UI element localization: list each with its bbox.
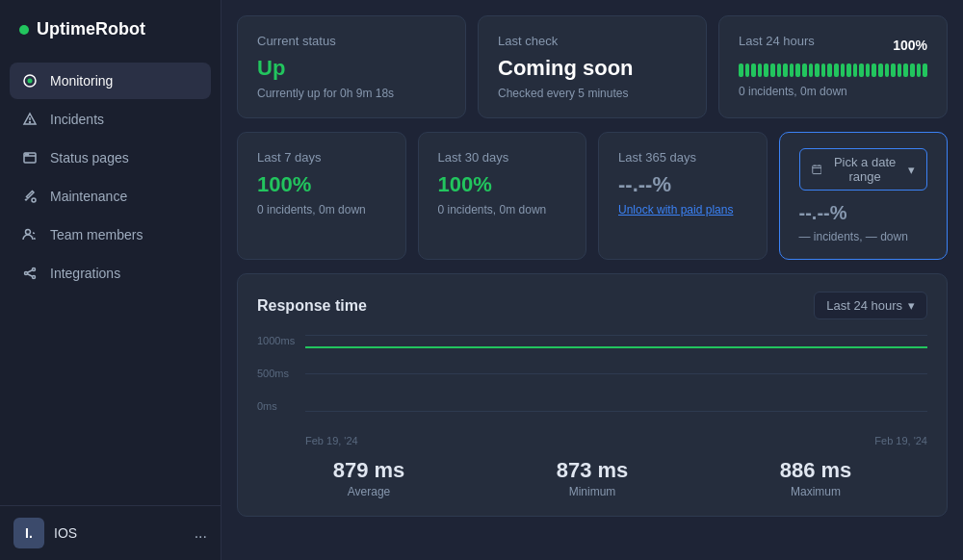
sidebar-item-status-pages[interactable]: Status pages [10,140,211,176]
svg-point-11 [33,268,36,271]
sidebar-item-label: Integrations [50,266,120,281]
maintenance-icon [21,188,39,205]
current-status-card: Current status Up Currently up for 0h 9m… [237,15,466,118]
uptime-block [891,64,896,77]
chart-dates: Feb 19, '24 Feb 19, '24 [257,435,927,446]
uptime-block [809,64,814,77]
sidebar-item-integrations[interactable]: Integrations [10,255,211,292]
incidents-icon [21,111,39,128]
footer-menu-button[interactable]: ... [195,524,207,542]
last-7-value: 100% [257,172,386,197]
uptime-block [866,64,871,77]
chart-area [305,335,927,412]
uptime-block [758,64,763,77]
y-label-500: 500ms [257,368,295,379]
last-check-value: Coming soon [498,56,687,81]
current-status-value: Up [257,56,446,81]
status-pages-icon [21,149,39,166]
chart-date-start: Feb 19, '24 [305,435,358,446]
sidebar-item-team-members[interactable]: Team members [10,216,211,253]
svg-line-14 [28,274,33,276]
uptime-block [783,64,788,77]
uptime-block [917,64,922,77]
svg-point-12 [33,276,36,279]
unlock-link[interactable]: Unlock with paid plans [618,203,747,216]
uptime-block [853,64,858,77]
svg-point-6 [26,154,27,155]
last-24-card: Last 24 hours 100% 0 incidents, 0m down [718,15,948,118]
last-7-card: Last 7 days 100% 0 incidents, 0m down [237,132,406,260]
minimum-label: Minimum [481,485,704,498]
response-header: Response time Last 24 hours ▾ [257,292,927,319]
sidebar-item-incidents[interactable]: Incidents [10,101,211,138]
svg-point-3 [30,122,31,123]
monitoring-icon [21,72,39,89]
sidebar-nav: Monitoring Incidents Stat [0,63,221,505]
uptime-block [885,64,890,77]
chart-date-end: Feb 19, '24 [874,435,927,446]
last-check-sub: Checked every 5 minutes [498,87,687,100]
date-range-value: --.--% [799,202,928,224]
logo: UptimeRobot [0,0,221,63]
y-label-1000: 1000ms [257,335,295,346]
response-title: Response time [257,297,367,315]
last-24-header: Last 24 hours 100% [739,34,927,56]
chevron-down-icon: ▾ [908,298,915,313]
uptime-block [841,64,846,77]
current-status-sub: Currently up for 0h 9m 18s [257,87,446,100]
response-chart: 1000ms 500ms 0ms [257,335,927,431]
uptime-block [898,64,902,77]
svg-point-9 [26,230,31,235]
last-check-card: Last check Coming soon Checked every 5 m… [478,15,707,118]
minimum-value: 873 ms [481,458,704,483]
sidebar-item-label: Incidents [50,112,104,127]
last-24-label: Last 24 hours [739,34,815,48]
date-range-button[interactable]: Pick a date range ▾ [799,148,928,191]
uptime-block [790,64,794,77]
uptime-block [751,64,756,77]
svg-rect-15 [812,165,820,173]
top-cards-row: Current status Up Currently up for 0h 9m… [237,15,948,118]
maximum-label: Maximum [704,485,927,498]
sidebar-item-maintenance[interactable]: Maintenance [10,178,211,215]
uptime-bar [739,64,927,77]
uptime-block [802,64,807,77]
sidebar-item-monitoring[interactable]: Monitoring [10,63,211,99]
uptime-block [827,64,832,77]
last-365-value: --.--% [618,172,747,197]
average-label: Average [257,485,481,498]
uptime-block [770,64,775,77]
last-7-label: Last 7 days [257,150,386,165]
avatar-letter: I. [25,525,33,541]
logo-text: UptimeRobot [37,19,145,39]
svg-point-1 [28,79,33,84]
team-icon [21,226,39,243]
chart-response-line [305,346,927,348]
svg-point-8 [32,198,36,202]
svg-line-13 [28,270,33,272]
uptime-block [815,64,820,77]
date-range-card: Pick a date range ▾ --.--% — incidents, … [779,132,949,260]
last-30-value: 100% [438,172,567,197]
y-label-0: 0ms [257,400,295,412]
maximum-stat: 886 ms Maximum [704,458,927,498]
main-content: Current status Up Currently up for 0h 9m… [221,0,963,560]
last-30-card: Last 30 days 100% 0 incidents, 0m down [418,132,587,260]
uptime-block [777,64,782,77]
last-365-label: Last 365 days [618,150,747,165]
sidebar-item-label: Status pages [50,150,129,165]
sidebar-item-label: Maintenance [50,189,127,204]
response-stats: 879 ms Average 873 ms Minimum 886 ms Max… [257,458,927,498]
last-30-label: Last 30 days [438,150,567,165]
last-check-label: Last check [498,34,687,48]
maximum-value: 886 ms [704,458,927,483]
time-range-label: Last 24 hours [826,298,902,313]
last-30-sub: 0 incidents, 0m down [438,203,567,216]
last-7-sub: 0 incidents, 0m down [257,203,386,216]
footer-name: IOS [54,525,185,541]
current-status-label: Current status [257,34,446,48]
sidebar: UptimeRobot Monitoring Incidents [0,0,221,560]
time-range-button[interactable]: Last 24 hours ▾ [814,292,927,319]
sidebar-footer: I. IOS ... [0,505,221,560]
chart-y-labels: 1000ms 500ms 0ms [257,335,295,412]
